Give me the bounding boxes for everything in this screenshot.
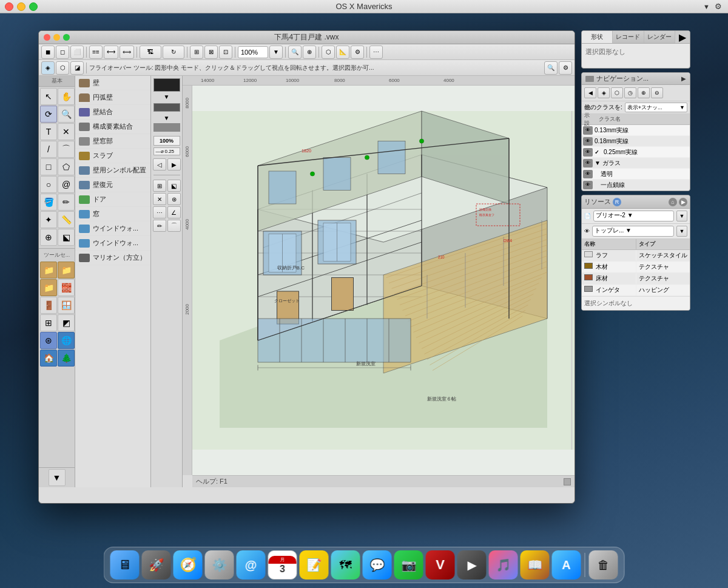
toolbar-btn-7[interactable]: 🏗 [140,46,161,59]
toolbar-btn-15[interactable]: ⚙ [351,46,364,59]
toolbar-btn-10[interactable]: ⊡ [219,46,232,59]
nav-left[interactable]: ◁ [153,158,166,171]
toolbar-btn-9[interactable]: ⊠ [204,46,218,59]
color-swatch-fill[interactable] [153,78,180,92]
res-name-0[interactable]: ラフ [582,250,636,261]
tool-poly[interactable]: ⬠ [58,158,75,175]
res-name-2[interactable]: 床材 [582,273,636,284]
toolbar-btn-8[interactable]: ⊞ [190,46,203,59]
dock-itunes[interactable]: 🎵 [489,550,518,580]
toolbar-btn-16[interactable]: ⋯ [369,46,383,59]
os-tl-red[interactable] [5,2,13,11]
tool-symbol-place[interactable]: ⊛ [40,332,57,349]
toolbar-btn-12[interactable]: ⊕ [303,46,316,59]
dock-messages[interactable]: 💬 [363,550,392,580]
toolbar-btn-4[interactable]: ≡≡ [89,46,103,59]
tool-rect[interactable]: □ [40,158,57,175]
toolbar-btn-1[interactable]: ◼ [41,46,55,59]
toolbar-btn-13[interactable]: ⬡ [322,46,335,59]
elem-windowwall2[interactable]: ウインドウォ... [75,236,150,251]
stroke-dropdown[interactable]: ▼ [164,115,170,121]
nav-btn-1[interactable]: ◀ [584,87,596,98]
dock-finder[interactable]: 🖥 [110,550,140,580]
nav-right-btn[interactable]: ▶ [167,158,181,171]
mode-x[interactable]: ✕ [153,193,166,205]
mode-grid[interactable]: ⊞ [153,180,166,192]
toolbar-btn-5[interactable]: ⟷ [104,46,118,59]
dock-dvdplayer[interactable]: ▶ [457,550,487,580]
other-classes-dropdown[interactable]: 表示+スナッ... ▼ [625,103,687,112]
dock-safari[interactable]: 🧭 [174,550,203,580]
zoom-input[interactable] [238,46,268,58]
toolbar-btn-11[interactable]: 🔍 [288,46,302,59]
toolbar-btn-6[interactable]: ⟺ [120,46,134,59]
tool-node[interactable]: ✦ [40,211,57,228]
window-maximize-button[interactable] [63,34,70,41]
tool-bucket[interactable]: 🪣 [40,194,57,211]
mode-snap[interactable]: ⬕ [167,180,181,192]
res-name-1[interactable]: 木材 [582,262,636,272]
tool-slab2[interactable]: ◩ [58,314,75,331]
color-swatch-2[interactable] [153,103,180,112]
tab-render[interactable]: レンダー [644,31,675,43]
zoom-dropdown[interactable]: ▼ [269,46,283,59]
elem-mullion[interactable]: マリオン（方立） [75,251,150,265]
view-cube-btn[interactable]: ⬡ [56,61,69,75]
tool-measure[interactable]: 📏 [58,211,75,228]
tool-circle[interactable]: ○ [40,176,57,193]
dock-mail[interactable]: @ [237,550,266,580]
dock-systemprefs[interactable]: ⚙️ [205,550,234,580]
resource-expand2[interactable]: ▶ [679,198,687,206]
mode-angle[interactable]: ∠ [167,206,181,218]
elem-wall[interactable]: 壁 [75,76,150,90]
dock-calendar[interactable]: 月 3 [268,550,297,580]
nav-btn-3[interactable]: ⬡ [611,87,623,98]
nav-btn-5[interactable]: ⊕ [638,87,650,98]
tool-sym[interactable]: ⊕ [40,229,57,246]
elem-wall-recess[interactable]: 壁窓部 [75,134,150,149]
color-swatch-3[interactable] [153,123,180,132]
fill-dropdown[interactable]: ▼ [164,93,170,100]
dock-facetime[interactable]: 📷 [394,550,423,580]
class-eye-2[interactable]: 👁 [583,148,593,157]
tool-door-icon[interactable]: 🚪 [40,297,57,314]
nav-btn-4[interactable]: ◷ [624,87,636,98]
tool-globe[interactable]: 🌐 [58,332,75,349]
tool-dim[interactable]: ✕ [58,123,75,140]
os-gear-icon[interactable]: ⚙ [715,2,722,11]
dock-appstore[interactable]: A [552,550,581,580]
drawing-area[interactable]: 1820 210 DW4 収納折戸B.C 新規洗室 新規洗室６帖 クローゼット [192,86,575,475]
class-eye-4[interactable]: 👁 [583,170,593,178]
file-dropdown-btn[interactable]: ▼ [676,211,687,221]
toolbar-btn-14[interactable]: 📐 [336,46,349,59]
tool-folder2[interactable]: 📁 [58,262,75,279]
tool-spiral[interactable]: @ [58,176,75,193]
view-3d-btn[interactable]: ◈ [41,61,55,75]
tool-move[interactable]: ⬕ [58,229,75,246]
mode-arc2[interactable]: ⌒ [167,220,181,232]
tool-win-icon[interactable]: 🪟 [58,297,75,314]
class-eye-3[interactable]: 👁 [583,159,593,167]
view-dropdown-btn[interactable]: ▼ [676,226,687,237]
view-perspective-btn[interactable]: ◪ [70,61,84,75]
dock-ibooks[interactable]: 📖 [521,550,550,580]
mode-pen[interactable]: ✏ [153,220,166,232]
dock-launchpad[interactable]: 🚀 [142,550,171,580]
dock-trash[interactable]: 🗑 [589,550,618,580]
view-search-btn[interactable]: 🔍 [544,61,558,75]
tab-record[interactable]: レコード [613,31,644,43]
elem-wall-return[interactable]: 壁復元 [75,178,150,192]
tool-line[interactable]: / [40,141,57,158]
class-eye-1[interactable]: 👁 [583,137,593,146]
elem-arc-wall[interactable]: 円弧壁 [75,90,150,105]
res-name-3[interactable]: インゲタ [582,285,636,296]
toolbar-btn-2[interactable]: ◻ [56,46,69,59]
tool-text[interactable]: T [40,123,57,140]
elem-windowwall1[interactable]: ウインドウォ... [75,221,150,236]
tool-pan[interactable]: ✋ [58,88,75,105]
file-dropdown[interactable]: ブリオー-2 ▼ [593,211,674,221]
tool-pencil[interactable]: ✏ [58,194,75,211]
dock-notes[interactable]: 📝 [300,550,329,580]
tool-zoom[interactable]: 🔍 [58,106,75,123]
elem-door[interactable]: ドア [75,192,150,207]
